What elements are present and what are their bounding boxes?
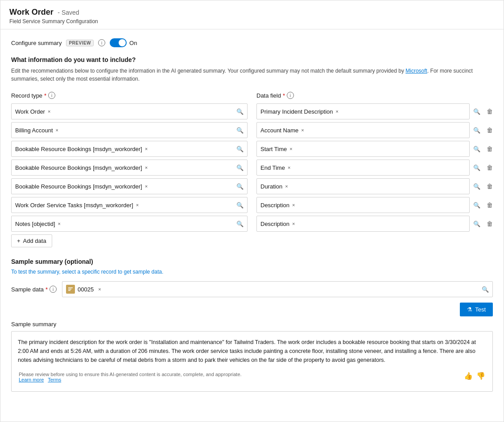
record-type-row-2: Bookable Resource Bookings [msdyn_workor… [11,141,248,157]
data-field-remove-4[interactable]: × [285,184,288,189]
data-field-input-5[interactable]: Description × [256,197,470,213]
data-field-search-2[interactable]: 🔍 [471,146,482,152]
toggle-on-label: On [129,40,137,46]
data-field-input-1[interactable]: Account Name × [256,122,470,138]
record-type-remove-2[interactable]: × [145,146,148,152]
record-type-tag-3: Bookable Resource Bookings [msdyn_workor… [15,164,148,171]
record-type-remove-3[interactable]: × [145,165,148,170]
test-button[interactable]: ⚗ Test [460,303,493,316]
footer-note-container: Please review before using to ensure thi… [19,372,242,382]
sample-search-icon[interactable]: 🔍 [482,286,489,293]
learn-more-link[interactable]: Learn more [19,377,44,382]
data-field-row-4: Duration × 🔍 🗑 [256,178,493,194]
record-type-search-2[interactable]: 🔍 [236,146,244,152]
record-type-remove-5[interactable]: × [136,202,139,208]
data-field-row-6: Description × 🔍 🗑 [256,216,493,232]
record-type-search-0[interactable]: 🔍 [236,108,244,115]
data-field-row-0: Primary Incident Description × 🔍 🗑 [256,103,493,119]
data-field-delete-3[interactable]: 🗑 [487,164,493,171]
record-type-remove-6[interactable]: × [58,221,61,226]
sample-summary-label: Sample summary [11,321,493,328]
data-field-search-4[interactable]: 🔍 [471,183,482,190]
sample-section: Sample summary (optional) To test the su… [11,258,493,392]
data-field-remove-5[interactable]: × [292,202,295,208]
sample-data-value: 00025 [78,286,94,293]
record-type-search-1[interactable]: 🔍 [236,127,244,134]
data-field-input-3[interactable]: End Time × [256,160,470,176]
record-type-tag-5: Work Order Service Tasks [msdyn_workorde… [15,202,139,209]
sample-data-info-icon[interactable]: i [50,286,57,293]
configure-toggle[interactable] [110,38,127,47]
microsoft-link[interactable]: Microsoft [405,68,427,74]
data-field-row-1: Account Name × 🔍 🗑 [256,122,493,138]
saved-status: - Saved [58,9,79,16]
data-field-remove-6[interactable]: × [292,221,295,226]
data-field-column: Data field * i Primary Incident Descript… [256,92,493,247]
footer-row: Please review before using to ensure thi… [18,369,486,385]
record-type-row-6: Notes [objectid] × 🔍 [11,216,248,232]
data-field-input-2[interactable]: Start Time × [256,141,470,157]
data-field-delete-6[interactable]: 🗑 [487,220,493,227]
data-field-delete-1[interactable]: 🗑 [487,127,493,134]
record-type-row-3: Bookable Resource Bookings [msdyn_workor… [11,160,248,176]
record-type-search-4[interactable]: 🔍 [236,183,244,190]
data-field-delete-5[interactable]: 🗑 [487,201,493,209]
sample-data-row: Sample data * i 00025 × 🔍 [11,281,493,297]
record-type-header: Record type * i [11,92,248,99]
data-field-remove-3[interactable]: × [288,165,290,170]
data-field-search-1[interactable]: 🔍 [471,127,482,134]
data-field-delete-0[interactable]: 🗑 [487,108,493,115]
record-type-remove-0[interactable]: × [48,109,50,114]
thumbup-icon[interactable]: 👍 [464,372,473,380]
svg-rect-1 [68,287,73,288]
data-field-row-5: Description × 🔍 🗑 [256,197,493,213]
data-field-search-6[interactable]: 🔍 [471,221,482,227]
data-field-search-5[interactable]: 🔍 [471,202,482,209]
sample-data-remove[interactable]: × [98,287,101,292]
preview-badge: PREVIEW [66,40,94,46]
sample-summary-box: The primary incident description for the… [11,331,493,392]
data-field-required: * [283,92,285,99]
data-field-row-2: Start Time × 🔍 🗑 [256,141,493,157]
section-question: What information do you want to include? [11,56,493,63]
record-type-search-5[interactable]: 🔍 [236,202,244,209]
test-button-label: Test [475,306,486,313]
add-data-button[interactable]: + Add data [11,234,52,247]
sample-required: * [45,286,48,293]
data-field-header: Data field * i [256,92,493,99]
svg-rect-2 [68,289,71,290]
record-type-tag-6: Notes [objectid] × [15,221,61,227]
data-field-search-0[interactable]: 🔍 [471,108,482,115]
record-type-tag-2: Bookable Resource Bookings [msdyn_workor… [15,146,148,152]
sample-data-input[interactable]: 00025 × 🔍 [62,281,493,297]
data-field-remove-0[interactable]: × [336,109,339,114]
test-icon: ⚗ [467,306,472,313]
record-type-column: Record type * i Work Order × 🔍 Billing A… [11,92,248,247]
sample-data-icon [66,285,75,294]
record-type-info-icon[interactable]: i [48,92,55,99]
record-type-search-6[interactable]: 🔍 [236,221,244,227]
data-field-info-icon[interactable]: i [287,92,294,99]
data-field-input-4[interactable]: Duration × [256,178,470,194]
footer-actions: 👍 👎 [464,372,485,380]
terms-link[interactable]: Terms [48,377,61,382]
data-field-delete-2[interactable]: 🗑 [487,145,493,152]
add-icon: + [17,238,21,244]
data-field-remove-2[interactable]: × [289,146,292,152]
data-field-search-3[interactable]: 🔍 [471,164,482,171]
page-title: Work Order [9,8,54,16]
sample-section-title: Sample summary (optional) [11,258,493,265]
record-type-search-3[interactable]: 🔍 [236,164,244,171]
thumbdown-icon[interactable]: 👎 [476,372,485,380]
record-type-tag-0: Work Order × [15,108,50,115]
data-field-row-3: End Time × 🔍 🗑 [256,160,493,176]
data-field-input-6[interactable]: Description × [256,216,470,232]
record-type-remove-4[interactable]: × [145,184,148,189]
configure-label: Configure summary [11,40,62,46]
data-field-remove-1[interactable]: × [301,127,304,133]
data-field-delete-4[interactable]: 🗑 [487,183,493,190]
record-type-remove-1[interactable]: × [56,127,58,133]
configure-info-icon[interactable]: i [98,39,105,46]
record-type-row-5: Work Order Service Tasks [msdyn_workorde… [11,197,248,213]
data-field-input-0[interactable]: Primary Incident Description × [256,103,470,119]
